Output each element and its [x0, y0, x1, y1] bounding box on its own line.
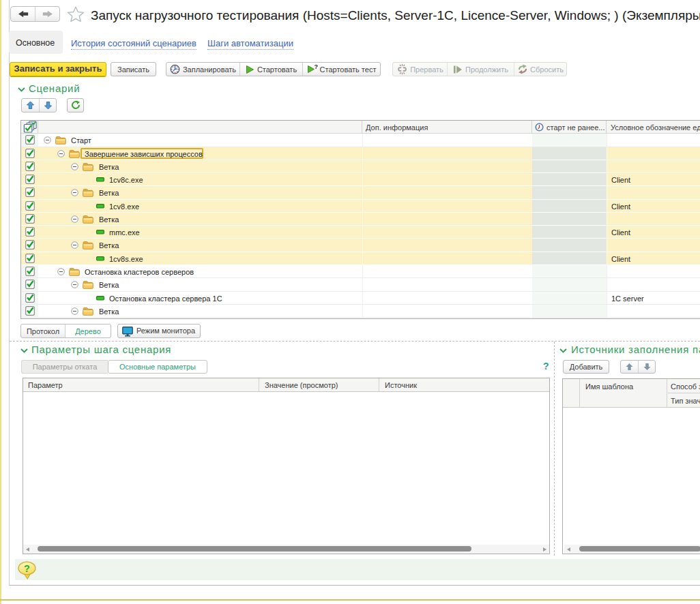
svg-text:?: ?: [314, 64, 318, 70]
svg-text:?: ?: [24, 563, 30, 574]
